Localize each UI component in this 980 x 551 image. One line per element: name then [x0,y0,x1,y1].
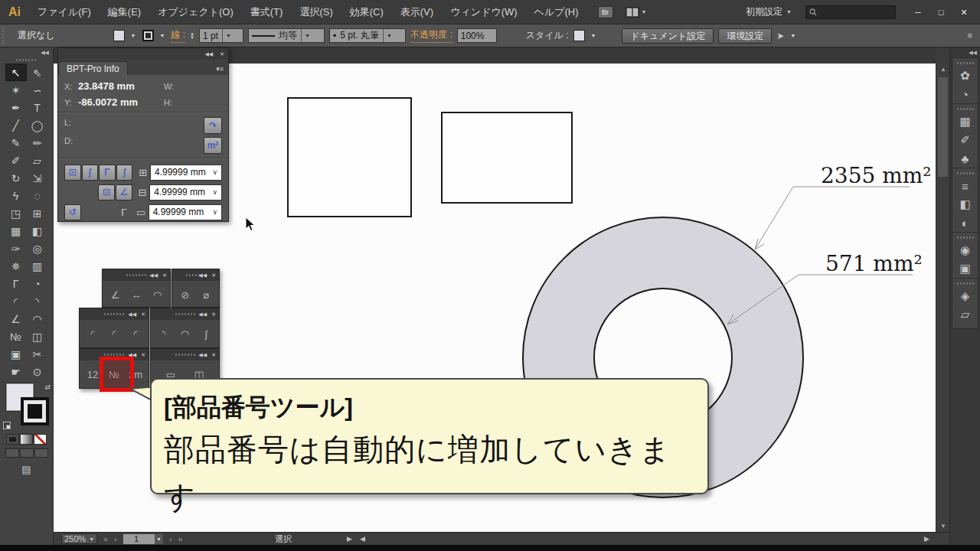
eraser-tool-icon[interactable]: ▱ [27,152,48,169]
collapse-icon[interactable]: ◀◀ [198,352,207,357]
bpt-dimension-12-icon[interactable]: 12 [84,365,101,383]
drag-handle[interactable] [16,59,38,61]
bpt-part-number-tool-icon[interactable]: № [5,328,27,345]
bpt-info-tab[interactable]: BPT-Pro Info [58,61,128,75]
graph-tool-icon[interactable]: ▥ [27,257,48,275]
zoom-tool-icon[interactable]: ⊙ [27,363,48,380]
default-colors-icon[interactable] [3,422,11,429]
bpt-arc-dimension-icon[interactable]: ◠ [149,285,166,304]
symbols-panel-icon[interactable]: ♣ [952,149,978,168]
artboard-tool-icon[interactable]: ▣ [5,345,27,363]
bpt-chamfer-tool-icon[interactable]: ◝ [27,292,48,310]
bpt-offset-dropdown-3[interactable]: 4.99999 mm ∨ [149,204,222,220]
next-artboard-icon[interactable]: › [169,534,172,543]
bpt-corner-icon-2[interactable]: ◜ [106,324,122,343]
free-transform-tool-icon[interactable]: ◌ [27,187,48,204]
collapse-icon[interactable]: ◀◀ [198,311,207,317]
drag-handle[interactable] [957,282,974,285]
menu-item[interactable]: ファイル(F) [29,0,100,24]
menu-item[interactable]: 表示(V) [392,0,442,24]
perspective-grid-tool-icon[interactable]: ⊞ [27,204,48,222]
stroke-color-box[interactable] [21,397,49,425]
drag-handle[interactable] [175,354,195,356]
bpt-corner-icon-3[interactable]: ◜ [127,324,144,343]
close-icon[interactable]: ✕ [211,352,216,357]
bpt-rotate-tool-icon[interactable]: ◔ [27,275,48,292]
gradient-mode-button[interactable] [20,434,33,445]
variable-width-combo[interactable]: 均等 ▼ [248,28,325,43]
expand-panels-icon[interactable]: ◀◀ [950,47,980,57]
drag-handle[interactable] [957,62,974,64]
brushes-panel-icon[interactable]: ✐ [952,131,978,149]
paintbrush-tool-icon[interactable]: ✎ [5,134,27,152]
collapse-icon[interactable]: ◀◀ [128,311,136,317]
style-swatch[interactable] [573,30,585,41]
bpt-transform-button-6[interactable]: ∠ [116,184,132,201]
bpt-layout-tool-icon[interactable]: ◫ [27,328,48,345]
close-button[interactable]: ✕ [952,0,975,24]
close-icon[interactable]: ✕ [162,272,167,278]
stroke-width-stepper[interactable]: ▲▼ [190,32,194,40]
lasso-tool-icon[interactable]: ∽ [27,81,48,99]
close-icon[interactable]: ✕ [141,311,145,317]
color-mode-button[interactable] [6,434,19,445]
bpt-area-measure-button[interactable]: m² [204,137,222,154]
bpt-transform-button-4[interactable]: ʃ [116,165,133,181]
bpt-offset-dropdown-1[interactable]: 4.99999 mm ∨ [150,165,222,181]
none-mode-button[interactable] [34,434,47,445]
last-artboard-icon[interactable]: » [178,534,183,543]
gradient-tool-icon[interactable]: ◧ [27,222,48,240]
type-tool-icon[interactable]: T [27,99,48,116]
ellipse-tool-icon[interactable]: ◯ [27,116,48,134]
bpt-curve-icon-2[interactable]: ◠ [177,324,194,343]
draw-inside-button[interactable] [34,448,48,458]
drag-handle[interactable] [126,274,146,276]
workspace-switcher[interactable]: 初期設定 ▼ [746,5,792,18]
stroke-panel-icon[interactable]: ≡ [952,177,978,195]
menu-item[interactable]: オブジェクト(O) [149,0,242,24]
stroke-width-combo[interactable]: 1 pt ▼ [199,28,243,43]
bpt-curve-tool-icon[interactable]: ◠ [27,310,48,328]
square-shape[interactable] [288,98,411,217]
menu-item[interactable]: 効果(C) [341,0,392,24]
first-artboard-icon[interactable]: « [103,534,108,543]
minimize-button[interactable]: ─ [906,0,929,24]
close-icon[interactable]: ✕ [220,51,224,57]
vertical-scrollbar[interactable]: ▲ ▼ [936,64,949,532]
bpt-radius-icon[interactable]: ⌀ [198,285,214,304]
close-icon[interactable]: ✕ [211,272,216,278]
symbol-sprayer-tool-icon[interactable]: ✵ [5,257,27,275]
menu-item[interactable]: 書式(T) [242,0,292,24]
panel-menu-icon[interactable]: ▾≡ [216,65,224,75]
bpt-transform-button-1[interactable]: ⊡ [64,165,81,181]
rotate-tool-icon[interactable]: ↻ [5,169,27,187]
bpt-offset-dropdown-2[interactable]: 4.99999 mm ∨ [149,184,222,201]
fill-color-swatch[interactable] [113,30,125,41]
bpt-corner-tool-icon[interactable]: Γ [5,275,27,292]
bpt-curve-icon-1[interactable]: ◝ [155,324,172,343]
collapse-icon[interactable]: ◀◀ [204,51,213,57]
bpt-diameter-icon[interactable]: ⊘ [177,285,194,304]
menu-item[interactable]: ヘルプ(H) [526,0,587,24]
collapse-control-panel-icon[interactable]: ≡ [968,31,972,40]
chevron-down-icon[interactable]: ▼ [590,33,598,38]
appearance-panel-icon[interactable]: ◉ [952,241,978,259]
stroke-panel-link[interactable]: 線 : [171,28,185,43]
collapse-icon[interactable]: ◀◀ [149,272,158,278]
bpt-transform-button-5[interactable]: ⊡ [98,184,115,201]
color-guide-panel-icon[interactable]: ◔ [952,85,978,103]
hand-tool-icon[interactable]: ☛ [5,363,27,380]
artboards-panel-icon[interactable]: ▱ [952,305,978,324]
preferences-button[interactable]: 環境設定 [718,28,772,44]
graphic-styles-panel-icon[interactable]: ▣ [952,259,978,278]
scrollbar-thumb[interactable] [938,77,948,177]
drag-handle[interactable] [175,313,195,315]
magic-wand-tool-icon[interactable]: ✶ [5,81,27,99]
chevron-down-icon[interactable]: ▼ [789,33,797,38]
close-icon[interactable]: ✕ [211,311,216,317]
pencil-tool-icon[interactable]: ✏ [27,134,48,152]
bpt-angle-tool-icon[interactable]: ∠ [5,310,27,328]
direct-selection-tool-icon[interactable]: ⇖ [27,64,48,81]
collapse-icon[interactable]: ◀◀ [198,272,207,278]
chevron-down-icon[interactable]: ▼ [158,33,167,38]
